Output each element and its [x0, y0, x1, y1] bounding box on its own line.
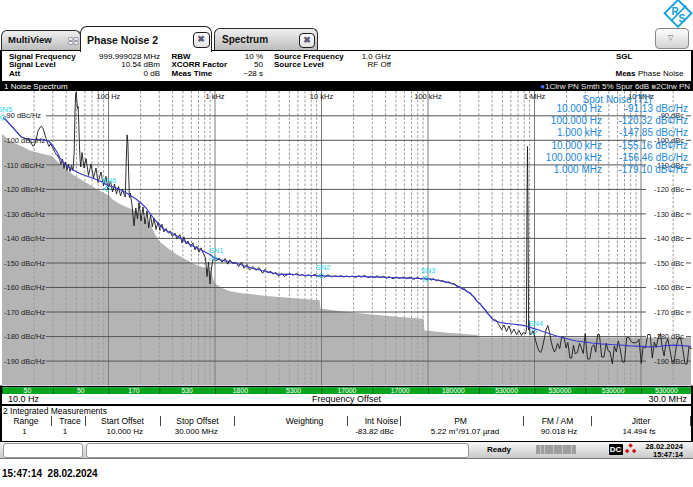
svg-text:-180 dBc/Hz: -180 dBc/Hz	[4, 332, 46, 341]
svg-text:-120.32 dB¢/Hz: -120.32 dB¢/Hz	[619, 115, 689, 126]
svg-text:180000: 180000	[442, 387, 465, 394]
svg-text:SN6: SN6	[102, 176, 117, 185]
svg-text:530: 530	[182, 387, 194, 394]
svg-text:-150 dBc/Hz: -150 dBc/Hz	[4, 259, 46, 268]
svg-text:530000: 530000	[495, 387, 518, 394]
svg-text:SN3: SN3	[421, 266, 436, 275]
svg-text:1 kHz: 1 kHz	[205, 92, 224, 101]
svg-text:-100 dBc/Hz: -100 dBc/Hz	[4, 136, 46, 145]
svg-text:10 kHz: 10 kHz	[310, 92, 334, 101]
svg-text:100 Hz: 100 Hz	[97, 92, 121, 101]
svg-text:-160 dBc: -160 dBc	[654, 283, 684, 292]
svg-text:1.000 kHz: 1.000 kHz	[557, 127, 602, 138]
svg-text:-140 dBc/Hz: -140 dBc/Hz	[4, 234, 46, 243]
svg-text:17000: 17000	[337, 387, 356, 394]
svg-text:5300: 5300	[286, 387, 301, 394]
svg-text:100.000 Hz: 100.000 Hz	[551, 115, 602, 126]
svg-text:-160 dBc/Hz: -160 dBc/Hz	[4, 283, 46, 292]
svg-text:SN5: SN5	[0, 105, 12, 114]
svg-text:-179.10 dB¢/Hz: -179.10 dB¢/Hz	[619, 164, 689, 175]
svg-text:-170 dBc: -170 dBc	[654, 308, 684, 317]
svg-text:-147.85 dBc/Hz: -147.85 dBc/Hz	[619, 127, 688, 138]
svg-text:-110 dBc/Hz: -110 dBc/Hz	[4, 161, 45, 170]
svg-text:SN2: SN2	[316, 263, 331, 272]
svg-text:50: 50	[77, 387, 85, 394]
svg-text:100 kHz: 100 kHz	[414, 92, 442, 101]
svg-text:-120 dBc: -120 dBc	[654, 185, 684, 194]
svg-text:-130 dBc/Hz: -130 dBc/Hz	[4, 210, 46, 219]
svg-text:10.000 kHz: 10.000 kHz	[551, 140, 602, 151]
svg-text:1.000 MHz: 1.000 MHz	[554, 164, 602, 175]
svg-text:530000: 530000	[602, 387, 625, 394]
svg-text:530000: 530000	[549, 387, 572, 394]
svg-text:-170 dBc/Hz: -170 dBc/Hz	[4, 308, 46, 317]
svg-text:17000: 17000	[391, 387, 410, 394]
svg-text:100.000 kHz: 100.000 kHz	[546, 152, 602, 163]
svg-text:-156.46 dBc/Hz: -156.46 dBc/Hz	[619, 152, 688, 163]
svg-text:-140 dBc: -140 dBc	[654, 234, 684, 243]
svg-text:-120 dBc/Hz: -120 dBc/Hz	[4, 185, 46, 194]
svg-text:S: S	[679, 13, 686, 24]
svg-text:SN4: SN4	[529, 319, 544, 328]
svg-text:-150 dBc: -150 dBc	[654, 259, 684, 268]
svg-text:1800: 1800	[233, 387, 248, 394]
svg-text:-130 dBc: -130 dBc	[654, 210, 684, 219]
svg-text:10.000 Hz: 10.000 Hz	[556, 103, 602, 114]
svg-text:-155.16 dB¢/Hz: -155.16 dB¢/Hz	[619, 140, 689, 151]
svg-text:-180 dBc: -180 dBc	[654, 332, 684, 341]
svg-text:-91.13 dBc/Hz: -91.13 dBc/Hz	[625, 103, 688, 114]
svg-text:-190 dBc: -190 dBc	[654, 357, 684, 366]
svg-text:1 MHz: 1 MHz	[524, 92, 546, 101]
svg-text:-190 dBc/Hz: -190 dBc/Hz	[4, 357, 46, 366]
svg-text:SN1: SN1	[209, 246, 224, 255]
svg-text:170: 170	[128, 387, 140, 394]
